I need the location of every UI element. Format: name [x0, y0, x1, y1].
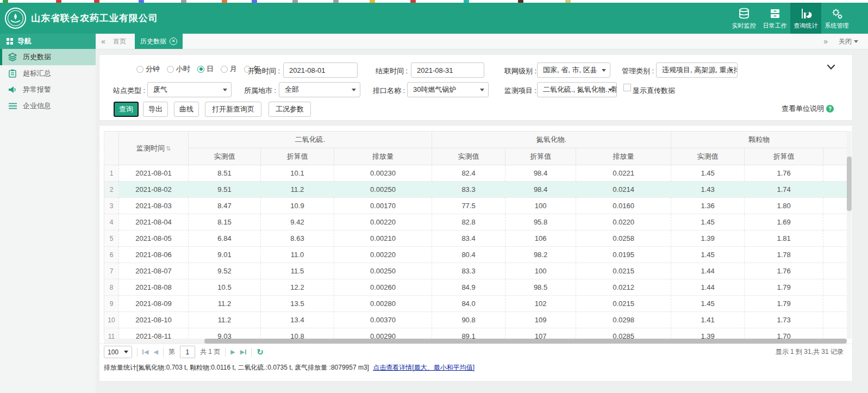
row-number: 2	[104, 182, 119, 198]
chevron-down-icon	[602, 69, 606, 72]
close-tabs-menu[interactable]: 关闭	[839, 34, 858, 49]
scroll-tabs-left-icon[interactable]: «	[101, 34, 105, 49]
period-radio-月[interactable]: 月	[221, 64, 237, 74]
row-number: 3	[104, 198, 119, 214]
next-page-icon[interactable]: ▶	[230, 348, 235, 355]
table-row[interactable]: 82021-08-0810.512.20.0026084.998.50.0212…	[104, 279, 847, 296]
cell-empty	[823, 328, 847, 339]
vertical-scrollbar[interactable]	[847, 131, 852, 339]
row-number: 9	[104, 296, 119, 312]
first-page-icon[interactable]: ◀	[142, 348, 148, 355]
prev-page-icon[interactable]: ◀	[153, 348, 158, 355]
group-pm: 颗粒物	[671, 132, 847, 148]
company-name: 山东省联合农药工业有限公司	[31, 3, 158, 34]
sidebar-item-history-data[interactable]: 历史数据	[0, 49, 96, 65]
last-page-icon[interactable]: ▶	[240, 348, 246, 355]
condition-params-button[interactable]: 工况参数	[268, 102, 311, 117]
collapse-filters-icon[interactable]	[827, 65, 835, 70]
tab-history-data[interactable]: 历史数据 ✕	[135, 34, 183, 49]
help-icon: ?	[826, 105, 834, 113]
cell-empty	[823, 247, 847, 263]
page-size-select[interactable]: 100	[104, 346, 132, 358]
tab-home[interactable]: 首页	[113, 34, 126, 49]
curve-button[interactable]: 曲线	[174, 102, 199, 117]
table-row[interactable]: 22021-08-029.5111.20.0025083.398.40.0214…	[104, 182, 847, 198]
nav-realtime-monitor[interactable]: 实时监控	[728, 3, 759, 34]
cell: 83.3	[432, 263, 505, 279]
stats-detail-link[interactable]: 点击查看详情[最大、最小和平均值]	[373, 364, 474, 371]
unit-help-label: 查看单位说明	[782, 104, 824, 114]
cell: 0.0285	[576, 328, 671, 339]
cell: 98.4	[505, 182, 576, 198]
query-button[interactable]: 查询	[114, 102, 139, 117]
cell-empty	[823, 214, 847, 230]
divider	[251, 348, 252, 357]
cell: 82.8	[432, 214, 505, 230]
sidebar-item-abnormal-alarm[interactable]: 异常报警	[0, 82, 96, 98]
archive-icon	[769, 7, 782, 20]
col-monitor-time[interactable]: 监测时间⇅	[119, 132, 189, 165]
monitor-items-select[interactable]: 二氧化硫., 氮氧化物., 颗粒	[537, 82, 617, 97]
hscroll-thumb[interactable]	[204, 339, 847, 344]
open-new-query-button[interactable]: 打开新查询页	[205, 102, 261, 117]
row-number: 10	[104, 312, 119, 328]
radio-icon[interactable]	[136, 66, 143, 73]
cell: 1.44	[671, 263, 745, 279]
vscroll-thumb[interactable]	[847, 157, 852, 211]
table-row[interactable]: 12021-08-018.5110.10.0023082.498.40.0221…	[104, 165, 847, 182]
direct-data-checkbox[interactable]	[623, 84, 631, 91]
table-panel: 监测时间⇅ 二氧化硫. 氮氧化物. 颗粒物 实测值 折算值 排放量 实测值 折算…	[99, 125, 853, 382]
cell-empty	[823, 165, 847, 182]
outlet-select[interactable]: 30吨燃气锅炉	[407, 82, 489, 97]
end-time-input[interactable]: 2021-08-31	[411, 63, 484, 78]
table-row[interactable]: 52021-08-056.848.630.0021083.41060.02581…	[104, 230, 847, 247]
nav-label: 日常工作	[763, 22, 787, 30]
scroll-tabs-right-icon[interactable]: »	[823, 34, 828, 49]
col-converted: 折算值	[505, 148, 576, 165]
nav-system-management[interactable]: 系统管理	[821, 3, 852, 34]
emission-stats: 排放量统计[氮氧化物:0.703 t, 颗粒物:0.0116 t, 二氧化硫.:…	[104, 363, 474, 372]
page-total: 共 1 页	[200, 347, 220, 357]
table-row[interactable]: 42021-08-048.159.420.0022082.895.80.0220…	[104, 214, 847, 230]
refresh-icon[interactable]: ↻	[257, 347, 264, 357]
table-row[interactable]: 102021-08-1011.213.40.0037090.81090.0298…	[104, 312, 847, 328]
sidebar-item-exceed-summary[interactable]: 超标汇总	[0, 65, 96, 82]
sort-icon[interactable]: ⇅	[166, 145, 171, 152]
cell: 1.70	[745, 328, 823, 339]
cell: 8.51	[189, 165, 261, 182]
select-value: 废气	[153, 85, 167, 95]
radio-icon[interactable]	[197, 66, 204, 73]
period-radio-日[interactable]: 日	[197, 64, 214, 74]
sidebar-item-company-info[interactable]: 企业信息	[0, 98, 96, 114]
start-time-label: 开始时间 :	[248, 66, 280, 76]
radio-icon[interactable]	[221, 66, 228, 73]
unit-help-link[interactable]: 查看单位说明 ?	[782, 104, 834, 114]
sidebar-title: 导航	[17, 36, 32, 46]
period-radio-小时[interactable]: 小时	[167, 64, 190, 74]
horizontal-scrollbar[interactable]	[104, 339, 847, 344]
close-tab-icon[interactable]: ✕	[170, 38, 177, 45]
cell-empty	[823, 296, 847, 312]
cell: 11.5	[261, 263, 334, 279]
table-row[interactable]: 62021-08-069.0111.00.0022080.498.20.0195…	[104, 247, 847, 263]
page-number-input[interactable]: 1	[180, 346, 195, 358]
nav-query-statistics[interactable]: 查询统计	[790, 3, 821, 34]
select-value: 二氧化硫., 氮氧化物., 颗粒	[543, 85, 617, 95]
table-row[interactable]: 112021-08-119.0310.80.0029089.11070.0285…	[104, 328, 847, 339]
network-level-select[interactable]: 国家, 省, 市, 区县	[537, 63, 610, 78]
manage-category-select[interactable]: 违规项目, 高架源, 重点排	[656, 63, 738, 78]
cell: 109	[505, 312, 576, 328]
period-radio-分钟[interactable]: 分钟	[136, 64, 160, 74]
table-row[interactable]: 72021-08-079.5211.50.0025083.31000.02151…	[104, 263, 847, 279]
city-select[interactable]: 全部	[279, 82, 360, 97]
export-button[interactable]: 导出	[143, 102, 168, 117]
table-row[interactable]: 32021-08-038.4710.90.0017077.51000.01601…	[104, 198, 847, 214]
nav-daily-work[interactable]: 日常工作	[759, 3, 790, 34]
table-row[interactable]: 92021-08-0911.213.50.0028084.01020.02151…	[104, 296, 847, 312]
start-time-input[interactable]: 2021-08-01	[283, 63, 358, 78]
station-type-select[interactable]: 废气	[147, 82, 232, 97]
radio-icon[interactable]	[167, 66, 174, 73]
cell: 1.41	[671, 312, 745, 328]
cell: 107	[505, 328, 576, 339]
cell: 0.0212	[576, 279, 671, 296]
